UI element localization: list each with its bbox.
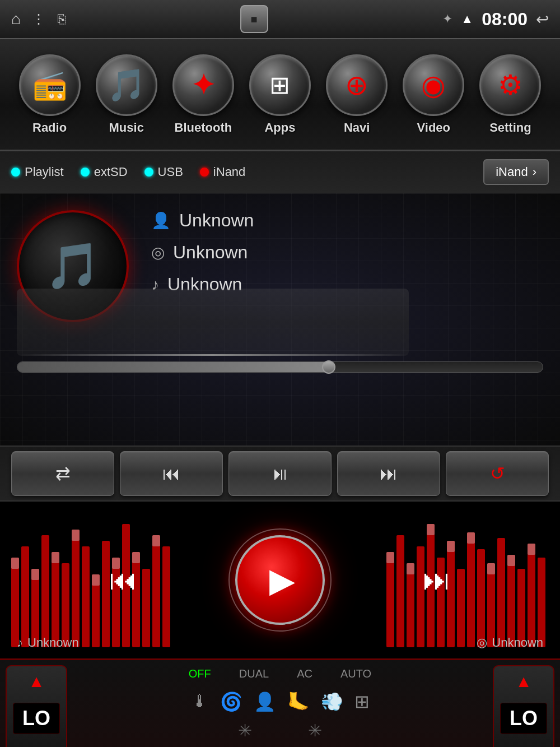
vent-spread-icon[interactable]: 💨 [321,691,343,712]
nav-item-radio[interactable]: 📻 Radio [19,54,81,135]
playlist-label: Playlist [25,165,64,179]
svg-rect-43 [447,541,455,552]
shelf-shine [17,354,409,356]
setting-icon: ⚙ [479,54,541,116]
svg-rect-18 [52,552,59,563]
nav-item-navi[interactable]: ⊕ Navi [326,54,388,135]
nav-label-video: Video [417,120,451,135]
source-playlist[interactable]: Playlist [11,165,64,179]
right-temp-up[interactable]: ▲ [494,672,553,691]
play-pause-button[interactable]: ⏯ [228,451,332,496]
vent-body-icon[interactable]: 👤 [254,691,276,712]
nav-item-apps[interactable]: ⊞ Apps [249,54,311,135]
album-row: ◎ Unknown [151,242,254,263]
progress-thumb[interactable] [322,360,335,374]
fan-right-icon[interactable]: ✳ [308,721,322,740]
defrost-rear-icon[interactable]: ⊞ [354,691,370,712]
nav-item-setting[interactable]: ⚙ Setting [479,54,541,135]
next-button[interactable]: ⏭ [337,451,440,496]
progress-area [17,289,543,373]
svg-rect-14 [152,535,160,647]
svg-rect-5 [62,563,69,647]
extsd-dot [81,168,90,177]
source-selector-button[interactable]: iNand › [483,159,549,185]
nav-item-bluetooth[interactable]: ✦ Bluetooth [172,54,234,135]
source-bar: Playlist extSD USB iNand iNand › [0,151,560,193]
stop-button[interactable]: ■ [240,5,268,33]
next-icon: ⏭ [380,463,398,484]
fan-speed-row: ✳ ✳ [238,721,322,740]
svg-rect-20 [92,574,100,586]
nav-label-music: Music [109,120,144,135]
svg-rect-24 [386,552,394,647]
artist-name: Unknown [179,210,254,231]
left-temp-control: ▲ LO ▼ [6,665,67,748]
eq-prev-button[interactable]: ⏮ [101,558,146,602]
progress-bar[interactable] [17,361,543,373]
left-temp-up[interactable]: ▲ [7,672,66,691]
repeat-button[interactable]: ↺ [446,451,549,496]
nav-label-bluetooth: Bluetooth [175,120,232,135]
nav-label-navi: Navi [344,120,370,135]
vent-feet-icon[interactable]: 🦶 [287,691,310,712]
navi-icon: ⊕ [326,54,388,116]
progress-fill [17,362,333,372]
prev-icon: ⏮ [162,463,180,484]
svg-rect-39 [538,558,545,647]
eq-song-name: Unknown [27,635,79,650]
shuffle-button[interactable]: ⇄ [11,451,114,496]
source-inand[interactable]: iNand [200,165,245,179]
usb-dot [144,168,153,177]
album-shelf [17,289,409,356]
svg-rect-16 [11,558,19,569]
svg-rect-26 [407,563,414,647]
nav-bar: 📻 Radio 🎵 Music ✦ Bluetooth ⊞ Apps ⊕ Nav… [0,39,560,151]
svg-rect-47 [528,544,535,555]
video-icon: ◉ [403,54,464,116]
usb-label: USB [158,165,183,179]
repeat-icon: ↺ [490,463,505,484]
apps-icon: ⊞ [249,54,311,116]
nav-label-setting: Setting [489,120,531,135]
climate-ac-button[interactable]: AC [291,665,318,683]
menu-icon[interactable]: ⋮ [32,11,46,27]
defrost-front-icon[interactable]: 🌡 [191,691,209,712]
source-usb[interactable]: USB [144,165,183,179]
svg-rect-15 [162,546,170,647]
svg-rect-42 [427,524,435,535]
inand-label: iNand [213,165,245,179]
playlist-dot [11,168,20,177]
svg-rect-4 [52,552,59,647]
eq-play-icon: ▶ [269,560,295,600]
prev-button[interactable]: ⏮ [120,451,223,496]
svg-rect-34 [487,563,495,647]
climate-auto-button[interactable]: AUTO [335,665,377,683]
svg-rect-32 [467,532,475,647]
svg-rect-45 [487,563,495,574]
svg-rect-35 [497,538,505,647]
nav-label-radio: Radio [32,120,67,135]
nav-item-music[interactable]: 🎵 Music [96,54,157,135]
back-icon[interactable]: ↩ [536,10,549,29]
vent-up-icon[interactable]: 🌀 [220,691,242,712]
nav-item-video[interactable]: ◉ Video [403,54,464,135]
bluetooth-status-icon: ✦ [442,12,452,26]
climate-vent-buttons: 🌡 🌀 👤 🦶 💨 ⊞ [191,691,370,712]
right-temp-display: LO [500,703,547,734]
wifi-icon: ▲ [461,12,473,26]
climate-dual-button[interactable]: DUAL [234,665,274,683]
climate-center: OFF DUAL AC AUTO 🌡 🌀 👤 🦶 💨 ⊞ ✳ ✳ [72,665,488,748]
bluetooth-icon: ✦ [172,54,234,116]
climate-off-button[interactable]: OFF [183,665,217,683]
svg-rect-1 [21,546,29,647]
home-icon[interactable]: ⌂ [11,10,21,28]
fan-left-icon[interactable]: ✳ [238,721,252,740]
source-extsd[interactable]: extSD [81,165,128,179]
eq-note-icon: ♪ [17,635,23,650]
clock: 08:00 [482,9,528,30]
equalizer-section: ⏮ ▶ ⏭ ♪ Unknown ◎ Unknown [0,502,560,658]
svg-rect-23 [152,535,160,546]
extsd-label: extSD [94,165,128,179]
eq-next-button[interactable]: ⏭ [414,558,459,602]
eq-play-button[interactable]: ▶ [235,535,325,625]
